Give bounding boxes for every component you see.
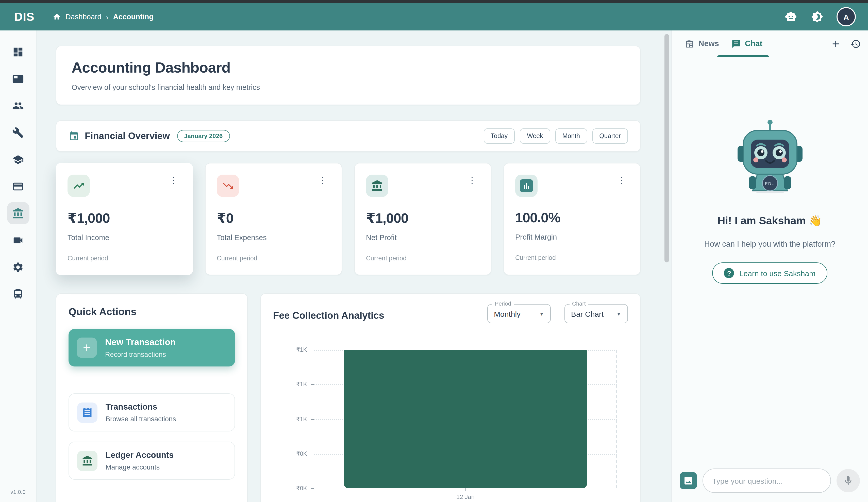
screen: DIS Dashboard › Accounting A v1.0.0 [0,0,868,502]
metric-card-total-expenses[interactable]: ⋮ ₹0 Total Expenses Current period [205,163,342,275]
bar-chart: ₹1K ₹1K ₹1K ₹0K ₹0K 12 Ja [314,350,617,502]
avatar[interactable]: A [837,7,856,27]
financial-overview-title: Financial Overview [85,131,170,142]
assistant-greeting: Hi! I am Saksham 👋 [717,215,822,227]
bar-chart-icon [515,175,538,197]
fee-collection-analytics-card: Fee Collection Analytics Period Monthly … [260,294,641,502]
sidebar-item-payments[interactable] [7,175,29,197]
metric-card-profit-margin[interactable]: ⋮ 100.0% Profit Margin Current period [504,163,641,275]
new-transaction-button[interactable]: New Transaction Record transactions [69,329,235,367]
history-icon[interactable] [850,38,861,49]
page-title: Accounting Dashboard [72,59,625,76]
new-transaction-sublabel: Record transactions [105,351,176,358]
new-chat-plus-icon[interactable] [830,38,841,49]
chat-input-row [672,462,868,502]
people-icon [12,100,24,111]
month-button[interactable]: Month [555,129,587,144]
tab-chat[interactable]: Chat [725,30,768,57]
breadcrumb-dashboard[interactable]: Dashboard [65,13,102,21]
video-camera-icon [12,234,24,246]
period-badge: January 2026 [177,130,230,142]
sidebar-item-people[interactable] [7,94,29,117]
period-select-value: Monthly [494,310,520,318]
kebab-menu-icon[interactable]: ⋮ [614,175,629,186]
metric-cards: ⋮ ₹1,000 Total Income Current period ⋮ ₹… [56,163,641,275]
chevron-right-icon: › [106,12,108,21]
learn-to-use-button[interactable]: ? Learn to use Saksham [712,263,827,284]
analytics-title: Fee Collection Analytics [273,310,384,321]
period-select-label: Period [492,300,514,307]
metric-label: Profit Margin [515,233,629,241]
metric-period: Current period [68,255,181,262]
metric-card-total-income[interactable]: ⋮ ₹1,000 Total Income Current period [56,163,193,275]
metric-value: ₹1,000 [68,210,181,226]
quick-actions-panel: Quick Actions New Transaction Record tra… [56,294,248,502]
media-card-icon [12,73,24,84]
sidebar-item-academics[interactable] [7,148,29,171]
app-header: DIS Dashboard › Accounting A [0,3,868,30]
main-scrollbar[interactable] [664,34,669,263]
financial-overview-bar: Financial Overview January 2026 Today We… [56,120,641,152]
chart-select-value: Bar Chart [571,310,603,318]
metric-label: Total Income [68,234,181,242]
transactions-label: Transactions [106,402,176,412]
calendar-icon [69,131,79,141]
home-icon[interactable] [53,13,61,21]
sidebar-item-accounting[interactable] [7,202,29,224]
quick-actions-title: Quick Actions [69,306,235,318]
today-button[interactable]: Today [484,129,515,144]
sidebar-item-transport[interactable] [7,283,29,305]
chart-type-select[interactable]: Chart Bar Chart ▼ [565,304,628,323]
sidebar-item-video[interactable] [7,229,29,251]
transport-bus-icon [12,288,24,300]
brand-logo[interactable]: DIS [14,10,34,24]
ledger-accounts-button[interactable]: Ledger Accounts Manage accounts [69,442,235,480]
collected-bar[interactable] [344,350,587,488]
metric-value: ₹1,000 [366,210,480,226]
x-tick [465,488,466,491]
divider [69,380,235,380]
chevron-down-icon: ▼ [616,311,621,317]
bank-icon [366,175,388,197]
sidebar-item-settings[interactable] [7,256,29,278]
attach-image-button[interactable] [680,472,697,489]
mic-button[interactable] [837,469,860,492]
chevron-down-icon: ▼ [539,311,544,317]
robot-icon[interactable] [785,11,797,23]
bank-icon [77,450,97,471]
saksham-mascot: EDU [732,117,808,194]
quarter-button[interactable]: Quarter [592,129,628,144]
sidebar-item-tools[interactable] [7,121,29,144]
metric-label: Total Expenses [217,234,330,242]
plus-icon [77,338,97,358]
question-mark-icon: ? [724,268,734,278]
period-select[interactable]: Period Monthly ▼ [487,304,551,323]
y-tick-label: ₹1K [273,381,307,388]
sidebar-item-dashboard[interactable] [7,41,29,63]
assistant-panel: News Chat [671,30,868,502]
accounting-bank-icon [12,207,24,219]
period-button-group: Today Week Month Quarter [484,129,628,144]
theme-toggle-icon[interactable] [811,11,823,23]
question-input[interactable] [703,469,831,493]
kebab-menu-icon[interactable]: ⋮ [315,175,330,186]
dashboard-icon [12,46,24,58]
metric-value: 100.0% [515,210,629,226]
tab-news[interactable]: News [679,30,725,57]
settings-gear-icon [12,261,24,273]
metric-period: Current period [366,255,480,262]
kebab-menu-icon[interactable]: ⋮ [166,175,181,186]
chart-select-label: Chart [569,300,588,307]
kebab-menu-icon[interactable]: ⋮ [464,175,480,186]
window-titlebar [0,0,868,3]
metric-card-net-profit[interactable]: ⋮ ₹1,000 Net Profit Current period [354,163,492,275]
tools-icon [12,127,24,138]
transactions-button[interactable]: Transactions Browse all transactions [69,393,235,431]
week-button[interactable]: Week [520,129,550,144]
learn-button-label: Learn to use Saksham [739,269,815,277]
sidebar-item-media[interactable] [7,68,29,90]
metric-period: Current period [217,255,330,262]
breadcrumb: Dashboard › Accounting [53,12,154,21]
newspaper-icon [685,39,694,49]
payments-card-icon [12,181,24,192]
